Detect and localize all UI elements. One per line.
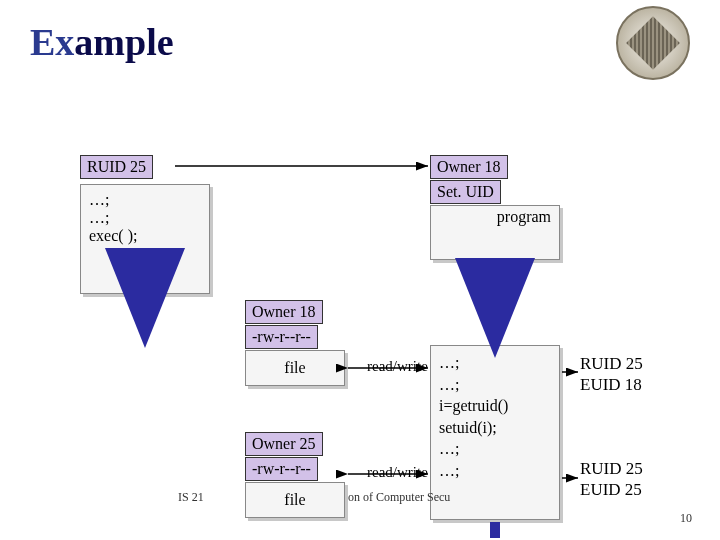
footer-left: IS 21 <box>178 490 204 505</box>
slide-root: Example RUID 25 …; …; exec( ); Owner 18 … <box>0 0 720 540</box>
right-label-bot-2: EUID 25 <box>580 479 643 500</box>
process1-line: …; <box>89 191 201 209</box>
file2-header1: Owner 25 <box>245 432 323 456</box>
file1-header2: -rw-r--r-- <box>245 325 318 349</box>
right-label-top-2: EUID 18 <box>580 374 643 395</box>
slide-title: Example <box>30 20 174 64</box>
file2-readwrite: read/write <box>367 464 428 481</box>
file1-readwrite: read/write <box>367 358 428 375</box>
seal-icon <box>616 6 690 80</box>
process2-line: …; <box>439 352 551 374</box>
title-part2: ample <box>74 21 173 63</box>
process2-line: setuid(i); <box>439 417 551 439</box>
file2-header2: -rw-r--r-- <box>245 457 318 481</box>
process1-header: RUID 25 <box>80 155 153 179</box>
title-part1: Ex <box>30 21 74 63</box>
right-label-top: RUID 25 EUID 18 <box>580 353 643 396</box>
process2-line: …; <box>439 374 551 396</box>
program-header1: Owner 18 <box>430 155 508 179</box>
file2-label: file <box>284 491 305 509</box>
seal-inner-icon <box>626 16 680 70</box>
file1-body: file <box>245 350 345 386</box>
right-label-top-1: RUID 25 <box>580 353 643 374</box>
process2-line: i=getruid() <box>439 395 551 417</box>
file2-body: file <box>245 482 345 518</box>
program-body: program <box>430 205 560 260</box>
right-label-bot: RUID 25 EUID 25 <box>580 458 643 501</box>
page-number: 10 <box>680 511 692 526</box>
process2-line: …; <box>439 460 551 482</box>
footer-mid: on of Computer Secu <box>348 490 450 505</box>
process2-line: …; <box>439 438 551 460</box>
file1-header1: Owner 18 <box>245 300 323 324</box>
file1-label: file <box>284 359 305 377</box>
process1-line: …; <box>89 209 201 227</box>
process1-body: …; …; exec( ); <box>80 184 210 294</box>
right-label-bot-1: RUID 25 <box>580 458 643 479</box>
program-label: program <box>497 208 551 226</box>
program-header2: Set. UID <box>430 180 501 204</box>
process1-line: exec( ); <box>89 227 201 245</box>
